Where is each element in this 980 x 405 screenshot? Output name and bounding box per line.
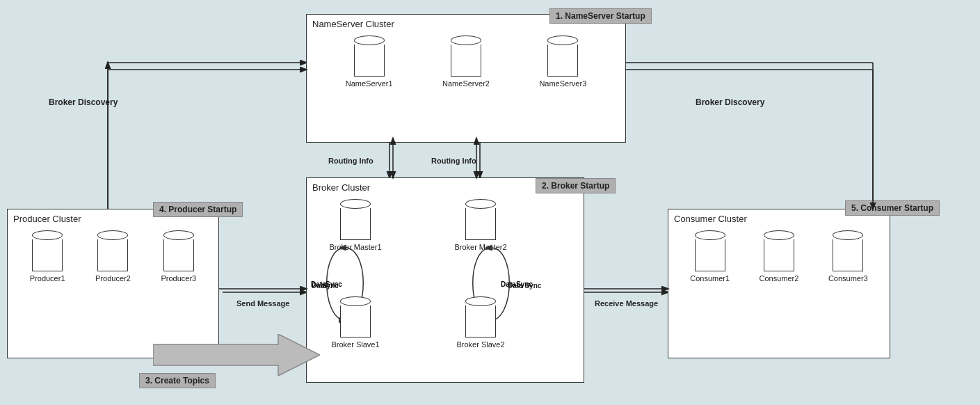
consumer2-node: Consumer2 (758, 230, 800, 283)
nameserver-cluster: NameServer Cluster NameServer1 NameServe… (306, 14, 626, 143)
producer2-node: Producer2 (92, 230, 134, 283)
nameserver3-node: NameServer3 (542, 35, 584, 88)
step5-label: 5. Consumer Startup (845, 200, 940, 216)
routing-info-right-label: Routing Info (431, 157, 476, 165)
nameserver-cluster-title: NameServer Cluster (312, 19, 394, 29)
broker-master2-node: Broker Master2 (460, 199, 501, 251)
data-left-label: Data (311, 280, 326, 288)
producer1-node: Producer1 (26, 230, 68, 283)
consumer1-node: Consumer1 (689, 230, 731, 283)
nameserver1-node: NameServer1 (348, 35, 390, 88)
producer-cluster-title: Producer Cluster (13, 214, 81, 224)
step1-label: 1. NameServer Startup (549, 8, 652, 24)
broker-discovery-left-label: Broker Discovery (49, 97, 118, 107)
producer3-node: Producer3 (158, 230, 200, 283)
broker-cluster-title: Broker Cluster (312, 182, 370, 193)
step3-label: 3. Create Topics (139, 373, 216, 388)
consumer-cluster: Consumer Cluster Consumer1 Consumer2 Con… (668, 209, 890, 358)
architecture-diagram: NameServer Cluster NameServer1 NameServe… (0, 0, 980, 405)
sync-left-label: Sync (326, 280, 342, 288)
broker-slave2-node: Broker Slave2 (460, 296, 501, 349)
broker-slave1-node: Broker Slave1 (335, 296, 376, 349)
producer-cluster: Producer Cluster Producer1 Producer2 Pro… (7, 209, 219, 358)
consumer3-node: Consumer3 (827, 230, 869, 283)
send-message-label: Send Message (236, 299, 289, 308)
broker-discovery-right-label: Broker Discovery (696, 97, 764, 107)
routing-info-left-label: Routing Info (328, 157, 373, 165)
step4-label: 4. Producer Startup (153, 202, 243, 217)
consumer-cluster-title: Consumer Cluster (674, 214, 747, 224)
broker-cluster: Broker Cluster Broker Master1 Broker Mas… (306, 177, 584, 383)
step2-label: 2. Broker Startup (536, 178, 616, 193)
sync-right-label: Sync (516, 280, 533, 288)
broker-master1-node: Broker Master1 (335, 199, 376, 251)
data-right-label: Data (501, 280, 516, 288)
nameserver2-node: NameServer2 (445, 35, 487, 88)
receive-message-label: Receive Message (595, 299, 658, 308)
